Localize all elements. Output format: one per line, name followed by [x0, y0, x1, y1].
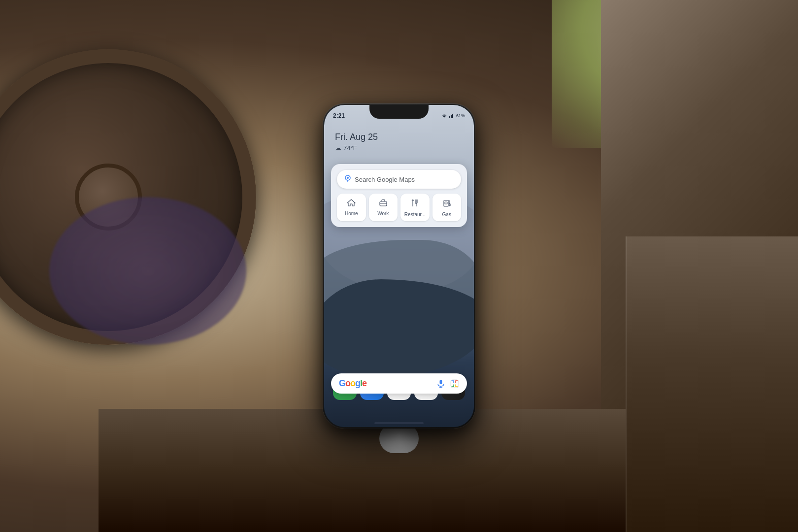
maps-search-bar[interactable]: Search Google Maps	[337, 170, 461, 189]
cloud-icon: ☁	[335, 144, 341, 152]
weather-text: ☁ 74°F	[335, 144, 378, 152]
maps-quick-gas[interactable]: Gas	[432, 194, 462, 221]
phone-shell: 2:21 ○ ◉ ⊡ 28	[323, 103, 475, 429]
svg-point-5	[347, 177, 349, 179]
date-widget: Fri. Aug 25 ☁ 74°F	[335, 132, 378, 152]
maps-search-placeholder: Search Google Maps	[355, 176, 453, 183]
phone-container: 2:21 ○ ◉ ⊡ 28	[323, 103, 475, 429]
svg-rect-1	[451, 115, 452, 118]
svg-rect-0	[449, 116, 450, 118]
google-search-actions	[436, 379, 459, 388]
home-label: Home	[345, 211, 358, 216]
restaurant-icon	[410, 199, 419, 209]
svg-rect-13	[445, 202, 447, 204]
notch	[369, 105, 429, 119]
phone-screen: 2:21 ○ ◉ ⊡ 28	[324, 105, 474, 427]
maps-quick-access: Home Work	[337, 194, 461, 221]
status-time: 2:21	[333, 112, 345, 119]
svg-rect-2	[452, 114, 453, 118]
restaurants-label: Restaur...	[404, 212, 426, 217]
location-pin-icon	[345, 175, 351, 184]
home-icon	[347, 199, 356, 208]
dashboard-gauges	[49, 197, 246, 345]
svg-rect-25	[440, 380, 442, 384]
maps-widget: Search Google Maps Home	[331, 164, 467, 227]
google-logo: Google	[339, 378, 366, 389]
work-label: Work	[377, 211, 389, 216]
gas-icon	[442, 199, 451, 209]
maps-quick-restaurants[interactable]: Restaur...	[400, 194, 430, 221]
mic-icon[interactable]	[436, 379, 445, 388]
google-search-bar[interactable]: Google	[331, 373, 467, 394]
maps-quick-work[interactable]: Work	[369, 194, 398, 221]
svg-rect-3	[454, 113, 454, 118]
right-panel	[626, 236, 798, 532]
status-right-icons: 61%	[441, 113, 465, 118]
home-indicator	[374, 422, 424, 424]
wave3	[324, 279, 474, 378]
gas-label: Gas	[442, 212, 451, 217]
briefcase-icon	[379, 199, 388, 208]
maps-quick-home[interactable]: Home	[337, 194, 366, 221]
svg-rect-12	[444, 200, 448, 206]
signal-icon	[449, 113, 454, 118]
wifi-icon	[441, 113, 447, 118]
lens-icon[interactable]	[450, 379, 459, 388]
date-text: Fri. Aug 25	[335, 132, 378, 142]
battery-text: 61%	[456, 113, 465, 118]
